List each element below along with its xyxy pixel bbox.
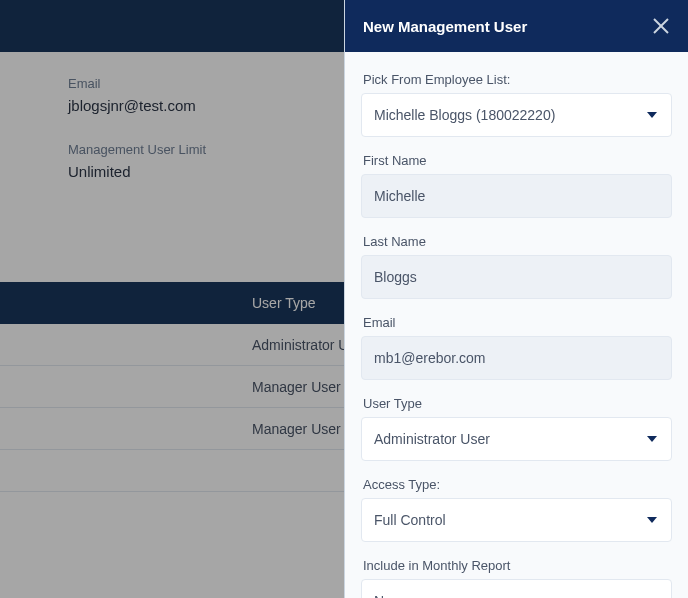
monthly-report-label: Include in Monthly Report [361,558,672,573]
email-group: Email mb1@erebor.com [361,315,672,380]
email-label: Email [361,315,672,330]
employee-list-value: Michelle Bloggs (180022220) [374,107,555,123]
email-field[interactable]: mb1@erebor.com [361,336,672,380]
first-name-label: First Name [361,153,672,168]
user-type-value: Administrator User [374,431,490,447]
monthly-report-select[interactable]: No [361,579,672,598]
monthly-report-value: No [374,593,392,598]
first-name-group: First Name Michelle [361,153,672,218]
employee-list-label: Pick From Employee List: [361,72,672,87]
panel-title: New Management User [363,18,527,35]
chevron-down-icon [647,517,657,523]
last-name-field[interactable]: Bloggs [361,255,672,299]
close-icon[interactable] [652,17,670,35]
first-name-field[interactable]: Michelle [361,174,672,218]
access-type-select[interactable]: Full Control [361,498,672,542]
employee-list-select[interactable]: Michelle Bloggs (180022220) [361,93,672,137]
user-type-group: User Type Administrator User [361,396,672,461]
new-management-user-panel: New Management User Pick From Employee L… [344,0,688,598]
last-name-label: Last Name [361,234,672,249]
first-name-value: Michelle [374,188,425,204]
panel-body[interactable]: Pick From Employee List: Michelle Bloggs… [345,52,688,598]
email-value: mb1@erebor.com [374,350,485,366]
access-type-group: Access Type: Full Control [361,477,672,542]
user-type-label: User Type [361,396,672,411]
panel-header: New Management User [345,0,688,52]
access-type-label: Access Type: [361,477,672,492]
monthly-report-group: Include in Monthly Report No [361,558,672,598]
user-type-select[interactable]: Administrator User [361,417,672,461]
chevron-down-icon [647,436,657,442]
chevron-down-icon [647,112,657,118]
employee-list-group: Pick From Employee List: Michelle Bloggs… [361,72,672,137]
last-name-group: Last Name Bloggs [361,234,672,299]
last-name-value: Bloggs [374,269,417,285]
access-type-value: Full Control [374,512,446,528]
